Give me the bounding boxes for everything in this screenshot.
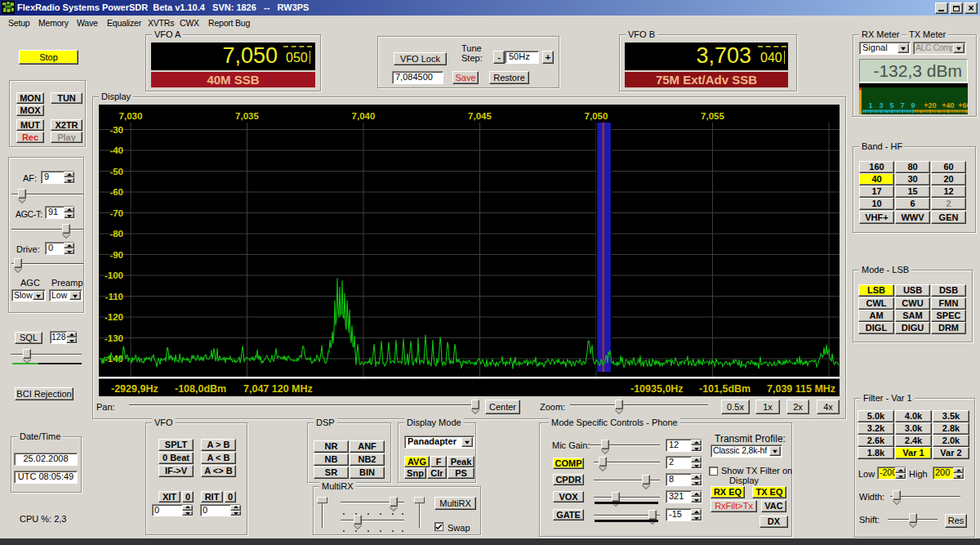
svg-text:7,035: 7,035 (235, 111, 259, 121)
svg-text:+20: +20 (924, 101, 936, 109)
svg-text:-100: -100 (105, 270, 123, 280)
svg-text:7,055: 7,055 (701, 111, 724, 121)
svg-text:9: 9 (911, 101, 915, 109)
svg-text:7,045: 7,045 (468, 111, 492, 121)
svg-text:7,039 115 MHz: 7,039 115 MHz (767, 383, 835, 395)
svg-text:-108,0dBm: -108,0dBm (175, 383, 226, 395)
svg-text:-80: -80 (109, 229, 123, 239)
svg-text:-10935,0Hz: -10935,0Hz (630, 383, 684, 395)
svg-text:7,047 120 MHz: 7,047 120 MHz (243, 383, 313, 395)
svg-text:5: 5 (889, 101, 893, 109)
svg-text:+60: +60 (958, 101, 968, 109)
svg-text:1: 1 (868, 101, 872, 109)
svg-text:-120: -120 (105, 312, 123, 322)
svg-text:3: 3 (879, 101, 883, 109)
svg-text:-90: -90 (109, 250, 123, 260)
svg-text:7,050: 7,050 (585, 111, 608, 121)
svg-text:-40: -40 (109, 145, 123, 155)
svg-text:-30: -30 (109, 125, 123, 135)
svg-text:+40: +40 (942, 101, 954, 109)
svg-text:-130: -130 (105, 333, 123, 343)
svg-text:-2929,9Hz: -2929,9Hz (111, 383, 158, 395)
svg-text:7: 7 (900, 101, 904, 109)
svg-text:7,030: 7,030 (119, 111, 143, 121)
svg-text:-101,5dBm: -101,5dBm (699, 383, 751, 395)
svg-text:7,040: 7,040 (352, 111, 376, 121)
svg-text:-60: -60 (109, 187, 123, 197)
svg-text:-70: -70 (109, 208, 123, 218)
svg-text:-50: -50 (109, 167, 123, 176)
svg-text:-110: -110 (105, 292, 123, 302)
